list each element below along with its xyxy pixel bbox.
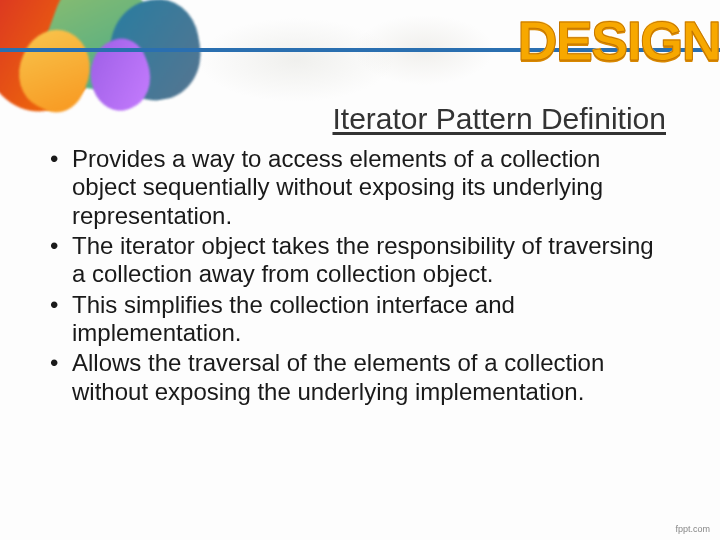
list-item: Allows the traversal of the elements of …	[44, 349, 666, 406]
list-item: Provides a way to access elements of a c…	[44, 145, 666, 230]
slide: DESIGN Iterator Pattern Definition Provi…	[0, 0, 720, 540]
swirl-decoration	[200, 10, 520, 110]
footer-credit: fppt.com	[675, 524, 710, 534]
bullet-list: Provides a way to access elements of a c…	[44, 145, 666, 406]
slide-header: DESIGN	[0, 0, 720, 90]
list-item: This simplifies the collection interface…	[44, 291, 666, 348]
brand-logo: DESIGN	[517, 8, 720, 73]
slide-body: Provides a way to access elements of a c…	[44, 145, 666, 408]
slide-title: Iterator Pattern Definition	[332, 102, 666, 136]
abstract-art-icon	[0, 0, 220, 130]
list-item: The iterator object takes the responsibi…	[44, 232, 666, 289]
